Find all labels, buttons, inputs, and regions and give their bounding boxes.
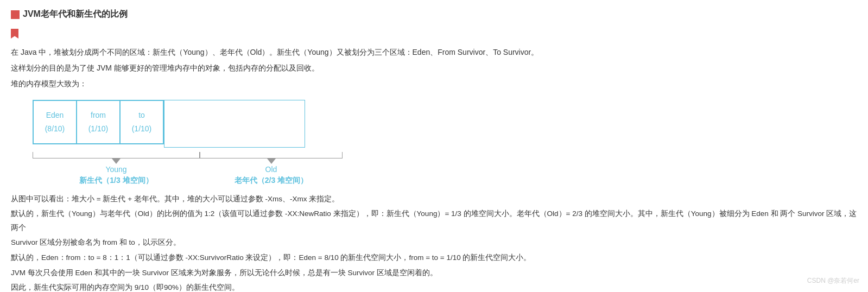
description-section: 从图中可以看出：堆大小 = 新生代 + 老年代。其中，堆的大小可以通过参数 -X… [11,192,857,292]
eden-label: Eden [43,109,66,122]
bracket-young: Young [33,152,200,174]
eden-cell: Eden (8/10) [33,100,77,144]
to-cell: to (1/10) [120,100,163,144]
young-bracket-label: Young [105,165,126,174]
watermark: CSDN @奈若何er [807,276,859,285]
from-sublabel: (1/10) [87,122,110,136]
bookmark-icon [11,29,18,39]
diagram-container: Eden (8/10) from (1/10) to (1/10) [33,100,857,148]
intro-section: 在 Java 中，堆被划分成两个不同的区域：新生代（Young）、老年代（Old… [11,46,857,91]
bracket-old: Old [200,152,343,174]
title-text: JVM老年代和新生代的比例 [23,9,128,20]
title-icon [11,10,20,19]
young-gen-label: 新生代（1/3 堆空间） [33,176,200,186]
desc-line4: 默认的，Eden：from：to = 8：1：1（可以通过参数 -XX:Surv… [11,251,857,265]
gen-labels: 新生代（1/3 堆空间） 老年代（2/3 堆空间） [33,176,857,186]
old-gen-label: 老年代（2/3 堆空间） [200,176,343,186]
to-sublabel: (1/10) [130,122,153,136]
young-box: Eden (8/10) from (1/10) to (1/10) [33,100,164,144]
desc-line1: 从图中可以看出：堆大小 = 新生代 + 老年代。其中，堆的大小可以通过参数 -X… [11,192,857,206]
desc-line5: JVM 每次只会使用 Eden 和其中的一块 Survivor 区域来为对象服务… [11,266,857,280]
intro-line2: 这样划分的目的是为了使 JVM 能够更好的管理堆内存中的对象，包括内存的分配以及… [11,61,857,75]
old-box [164,100,305,148]
to-label: to [130,109,153,122]
desc-line2: 默认的，新生代（Young）与老年代（Old）的比例的值为 1:2（该值可以通过… [11,207,857,234]
from-cell: from (1/10) [77,100,120,144]
eden-sublabel: (8/10) [43,122,66,136]
intro-line3: 堆的内存模型大致为： [11,77,857,91]
intro-line1: 在 Java 中，堆被划分成两个不同的区域：新生代（Young）、老年代（Old… [11,46,857,59]
from-label: from [87,109,110,122]
old-bracket-label: Old [265,165,277,174]
desc-line3: Survivor 区域分别被命名为 from 和 to，以示区分。 [11,236,857,250]
bracket-row: Young Old [33,152,857,174]
page-title: JVM老年代和新生代的比例 [11,9,857,20]
desc-line6: 因此，新生代实际可用的内存空间为 9/10（即90%）的新生代空间。 [11,281,857,292]
